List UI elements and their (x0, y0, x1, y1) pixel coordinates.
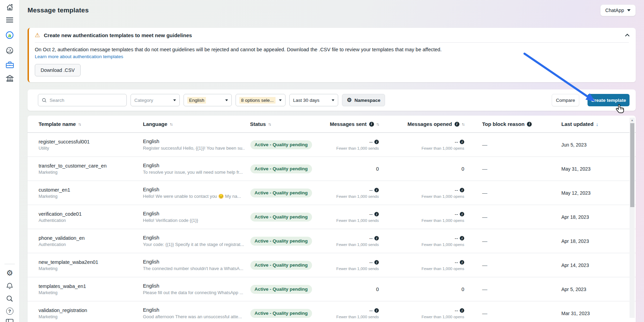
status-badge: Active - Quality pending (250, 261, 312, 270)
template-preview: Hello! Verification code {{1}} (143, 218, 245, 223)
column-header-status[interactable]: Status ↑↓ (247, 121, 324, 127)
column-header-messages-opened[interactable]: Messages opened i ↑↓ (382, 121, 467, 127)
download-csv-button[interactable]: Download .CSV (35, 64, 81, 76)
top-block-reason-cell: — (467, 262, 561, 268)
dashboard-gauge-icon[interactable] (5, 46, 14, 55)
info-icon[interactable]: i (455, 122, 459, 127)
home-icon[interactable] (5, 3, 14, 12)
templates-table: Template name ↑↓ Language ↑↓ Status ↑↓ M… (28, 116, 636, 322)
status-cell: Active - Quality pending (247, 213, 324, 222)
messages-opened-value: -- (455, 187, 458, 193)
template-name-cell: validation_registration Marketing (39, 308, 143, 319)
messages-opened-cell: -- i Fewer than 1,000 opens (382, 139, 467, 150)
info-icon[interactable]: i (374, 308, 379, 313)
template-name: transfer_to_customer_care_en (39, 163, 143, 169)
messages-sent-value: -- (369, 139, 373, 145)
table-scrollbar[interactable]: ▲ (630, 118, 635, 318)
collapse-chevron-icon[interactable] (625, 34, 630, 38)
template-name-cell: customer_en1 Marketing (39, 187, 143, 199)
info-icon[interactable]: i (374, 260, 379, 265)
column-header-last-updated[interactable]: Last updated ↓ (561, 121, 620, 127)
template-name: new_template_waba2en01 (39, 259, 143, 265)
last-updated-cell: Apr 18, 2023 (561, 238, 620, 244)
status-badge: Active - Quality pending (250, 237, 312, 246)
table-row[interactable]: templates_waba_en1 Marketing English Ple… (28, 277, 636, 301)
warning-triangle-icon: ⚠ (35, 32, 40, 38)
date-range-dropdown[interactable]: Last 30 days (289, 94, 338, 106)
template-name-cell: new_template_waba2en01 Marketing (39, 259, 143, 271)
info-icon[interactable]: i (369, 122, 374, 127)
language-cell: English Your code: {{1}} Specify it at t… (143, 235, 247, 247)
namespace-label: Namespace (354, 98, 380, 103)
messages-opened-value: -- (455, 260, 458, 265)
filter-toolbar: Search Category English 8 options sele..… (28, 89, 636, 111)
template-preview: Good afternoon There was an unsuccessful… (143, 314, 245, 319)
table-row[interactable]: verification_code01 Authentication Engli… (28, 205, 636, 229)
template-name: verification_code01 (39, 211, 143, 217)
status-cell: Active - Quality pending (247, 189, 324, 197)
column-header-language[interactable]: Language ↑↓ (143, 121, 247, 127)
table-row[interactable]: validation_registration Marketing Englis… (28, 301, 636, 322)
alert-body-text: On Oct 2, authentication message templat… (29, 43, 636, 52)
bank-icon[interactable] (5, 74, 14, 83)
namespace-button[interactable]: ⚙ Namespace (342, 94, 385, 106)
info-icon[interactable]: i (527, 122, 532, 127)
info-icon[interactable]: i (374, 188, 379, 192)
info-icon[interactable]: i (460, 212, 464, 216)
workspace-selector-button[interactable]: ChatApp (600, 4, 636, 16)
info-icon[interactable]: i (374, 212, 379, 216)
template-name: customer_en1 (39, 187, 143, 193)
info-icon[interactable]: i (460, 140, 464, 144)
info-icon[interactable]: i (460, 260, 464, 265)
create-template-button[interactable]: Create template (588, 94, 630, 106)
messages-sent-value: 0 (376, 166, 379, 172)
column-header-template-name[interactable]: Template name ↑↓ (39, 121, 143, 127)
app-logo-icon[interactable]: a (5, 31, 14, 40)
table-header-row: Template name ↑↓ Language ↑↓ Status ↑↓ M… (28, 116, 636, 133)
menu-icon[interactable] (5, 15, 14, 24)
top-bar: Message templates ChatApp (20, 0, 644, 16)
messages-sent-value: -- (369, 308, 373, 313)
table-row[interactable]: customer_en1 Marketing English Hello! We… (28, 181, 636, 205)
help-glyph: ? (6, 308, 13, 315)
info-icon[interactable]: i (460, 308, 464, 313)
template-name-cell: verification_code01 Authentication (39, 211, 143, 223)
messages-sent-note: Fewer than 1,000 sends (324, 194, 379, 198)
category-dropdown-value: Category (134, 98, 153, 103)
category-dropdown[interactable]: Category (131, 94, 180, 106)
scrollbar-thumb[interactable] (630, 123, 634, 207)
template-preview: Hello! We were unable to contact you 😔 M… (143, 194, 245, 199)
table-row[interactable]: transfer_to_customer_care_en Marketing E… (28, 157, 636, 181)
info-icon[interactable]: i (374, 236, 379, 240)
help-icon[interactable]: ? (5, 307, 14, 315)
search-field-icon (42, 98, 47, 103)
status-options-dropdown[interactable]: 8 options sele... (236, 94, 285, 106)
toolbox-icon[interactable] (5, 60, 14, 69)
template-name-cell: phone_validation_en Authentication (39, 235, 143, 247)
billing-card-icon[interactable] (5, 318, 14, 322)
left-sidebar: a ⚙ (0, 0, 20, 322)
sort-icon: ↑↓ (268, 122, 271, 126)
status-cell: Active - Quality pending (247, 285, 324, 294)
search-input[interactable]: Search (38, 94, 127, 106)
messages-sent-cell: -- i Fewer than 1,000 sends (324, 308, 382, 319)
table-row[interactable]: new_template_waba2en01 Marketing English… (28, 253, 636, 277)
search-icon[interactable] (5, 294, 14, 303)
compare-button[interactable]: Compare (552, 94, 579, 106)
notifications-bell-icon[interactable] (5, 281, 14, 290)
table-row[interactable]: register_successful001 Utility English R… (28, 133, 636, 157)
learn-more-link[interactable]: Learn more about authentication template… (35, 54, 123, 59)
messages-opened-cell: -- i Fewer than 1,000 opens (382, 308, 467, 319)
settings-gear-icon[interactable]: ⚙ (5, 269, 14, 278)
scrollbar-up-arrow[interactable]: ▲ (630, 118, 635, 122)
info-icon[interactable]: i (374, 140, 379, 144)
language-dropdown[interactable]: English (184, 94, 232, 106)
info-icon[interactable]: i (460, 188, 464, 192)
info-icon[interactable]: i (460, 236, 464, 240)
status-badge: Active - Quality pending (250, 213, 312, 222)
top-block-reason-cell: — (467, 166, 561, 172)
column-header-messages-sent[interactable]: Messages sent i ↑↓ (324, 121, 382, 127)
table-row[interactable]: phone_validation_en Authentication Engli… (28, 229, 636, 253)
chevron-down-icon (173, 99, 176, 103)
sort-icon: ↑↓ (78, 122, 81, 126)
